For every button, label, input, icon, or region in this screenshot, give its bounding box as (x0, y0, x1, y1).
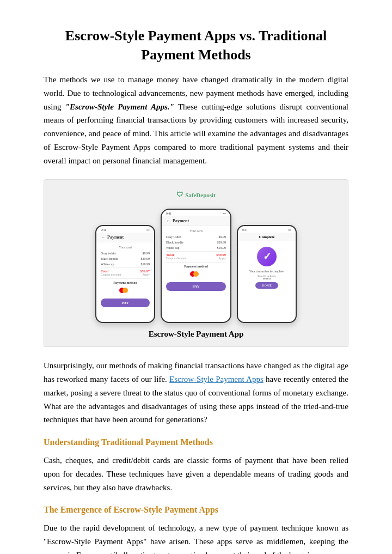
phone2-divider (166, 262, 226, 263)
escrow-apps-link[interactable]: Escrow-Style Payment Apps (169, 375, 264, 383)
phone2-back-icon: ← (166, 218, 170, 223)
phone2-item-1: Gray t-shirt$9.99 (166, 235, 226, 239)
phone-mockup-area: 9:41 ▪▪▪ ← Payment Your card Gray t-shir… (55, 203, 337, 323)
phone1-coupon: Coupon discountApply (101, 273, 150, 276)
intro-paragraph: The methods we use to manage money have … (44, 73, 348, 167)
phone2-item-2: Black hoodie$29.99 (166, 240, 226, 245)
phone2-item-3: White cap$19.99 (166, 246, 226, 250)
safe-deposit-label: SafeDeposit (185, 192, 216, 198)
phone1-payment-label: Payment method (101, 281, 150, 284)
safe-deposit-icon: 🛡 (176, 191, 183, 199)
phone2-mastercard-icon (190, 270, 202, 278)
page-container: Escrow-Style Payment Apps vs. Traditiona… (0, 0, 392, 554)
phone1-title: Payment (107, 235, 124, 240)
phone3-body: ✓ Your transaction is complete. Your ID … (238, 241, 296, 294)
phone2-total: Total$59.99 (166, 251, 226, 257)
phone1-total: Total$59.97 (101, 267, 150, 273)
phone3-check-icon: ✓ (263, 251, 271, 263)
section2-heading: The Emergence of Escrow-Style Payment Ap… (44, 505, 348, 515)
section2-paragraph: Due to the rapid development of technolo… (44, 521, 348, 554)
phone2-pay-btn: PAY (166, 282, 226, 291)
phone3-order-label: Your ID order is: #98933 (258, 275, 276, 280)
phone1-card-label: Your card (101, 246, 150, 249)
image-container: 🛡 SafeDeposit 9:41 ▪▪▪ ← Payment Your ca… (44, 179, 348, 347)
phone2-status-bar: 9:41 ▪▪▪ (162, 210, 230, 216)
phone-1: 9:41 ▪▪▪ ← Payment Your card Gray t-shir… (95, 225, 155, 323)
phone2-coupon: Coupon discountApply (166, 257, 226, 260)
intro-text-end: These cutting-edge solutions disrupt con… (44, 102, 348, 165)
para2: Unsurprisingly, our methods of making fi… (44, 359, 348, 427)
phone2-body: Your card Gray t-shirt$9.99 Black hoodie… (162, 226, 230, 294)
phone1-back-icon: ← (101, 235, 105, 240)
phone-3: 9:41 ▪▪▪ Complete ✓ Your transaction is … (237, 225, 297, 323)
section1-heading: Understanding Traditional Payment Method… (44, 437, 348, 447)
phone1-body: Your card Gray t-shirt$9.99 Black hoodie… (96, 242, 154, 311)
phone2-card-label: Your card (166, 229, 226, 233)
phone3-status-bar: 9:41 ▪▪▪ (238, 226, 296, 233)
phone2-title: Payment (173, 218, 189, 223)
phone3-complete-message: Your transaction is complete. (249, 270, 284, 273)
phone1-item-3: White cap$19.99 (101, 262, 150, 266)
phone3-header: Complete (238, 233, 296, 241)
phone1-divider (101, 278, 150, 279)
phone1-mastercard-icon (119, 287, 131, 294)
phone2-payment-label: Payment method (166, 265, 226, 268)
phone3-check-circle: ✓ (257, 247, 277, 266)
intro-bold: "Escrow-Style Payment Apps." (65, 102, 174, 111)
phone2-header: ← Payment (162, 216, 230, 226)
safe-deposit-logo: 🛡 SafeDeposit (55, 191, 337, 199)
phone1-pay-btn: PAY (101, 299, 150, 307)
phone1-item-1: Gray t-shirt$9.99 (101, 251, 150, 255)
section1-paragraph: Cash, cheques, and credit/debit cards ar… (44, 454, 348, 494)
article-title: Escrow-Style Payment Apps vs. Traditiona… (44, 26, 348, 64)
phone1-item-2: Black hoodie$29.99 (101, 257, 150, 261)
phone3-home-btn: HOME (255, 282, 278, 289)
phone-2: 9:41 ▪▪▪ ← Payment Your card Gray t-shir… (161, 209, 231, 323)
phone1-header: ← Payment (96, 233, 154, 242)
image-caption: Escrow-Style Payment App (55, 330, 337, 339)
phone1-status-bar: 9:41 ▪▪▪ (96, 226, 154, 233)
